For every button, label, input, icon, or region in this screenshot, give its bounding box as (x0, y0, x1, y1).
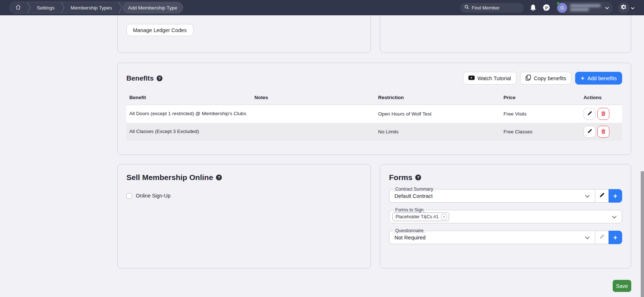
breadcrumb-separator-icon (27, 2, 31, 13)
pencil-icon (587, 129, 592, 135)
benefit-cell: All Classes (Except 3 Excluded) (126, 123, 251, 141)
breadcrumb-add-membership-type[interactable]: Add Membership Type (122, 2, 183, 13)
benefits-table: Benefit Notes Restriction Price Actions … (126, 92, 622, 141)
top-right-card (380, 15, 631, 53)
breadcrumb-separator-icon (60, 2, 65, 13)
breadcrumb-separator-icon (118, 2, 122, 13)
top-navbar: Settings Membership Types Add Membership… (0, 0, 644, 15)
col-price: Price (500, 92, 581, 105)
restriction-cell: No Limits (375, 123, 500, 141)
sell-membership-online-card: Sell Membership Online ? Online Sign-Up (117, 164, 371, 269)
price-cell: Free Visits (500, 105, 581, 123)
pencil-icon (599, 234, 605, 241)
user-name-blurred (570, 4, 601, 11)
chevron-down-icon (585, 193, 590, 199)
copy-benefits-button[interactable]: Copy benefits (520, 72, 572, 85)
add-questionnaire-button[interactable]: + (609, 231, 622, 244)
video-play-icon (468, 75, 475, 81)
save-button[interactable]: Save (613, 280, 631, 292)
online-signup-label: Online Sign-Up (136, 193, 170, 199)
help-icon[interactable]: ? (415, 175, 421, 180)
avatar: G (557, 3, 567, 13)
trash-icon (601, 111, 606, 117)
forms-card: Forms ? Contract Summary Default Contrac… (380, 164, 631, 269)
sell-online-title: Sell Membership Online ? (126, 173, 362, 182)
table-header-row: Benefit Notes Restriction Price Actions (126, 92, 622, 105)
contract-summary-label: Contract Summary (393, 187, 435, 192)
selected-form-chip: Placeholder T&Cs #1 ✕ (392, 212, 449, 221)
pencil-icon (587, 111, 592, 117)
forms-to-sign-label: Forms to Sign (393, 207, 425, 212)
edit-benefit-button[interactable] (584, 108, 596, 120)
benefits-title: Benefits ? (126, 74, 162, 82)
breadcrumb-membership-types[interactable]: Membership Types (65, 2, 118, 13)
actions-cell (581, 123, 622, 141)
search-input[interactable] (472, 5, 520, 11)
breadcrumb-home[interactable] (10, 2, 27, 13)
chevron-down-icon (605, 4, 609, 11)
page-content: Manage Ledger Codes Benefits ? Watch Tut… (0, 15, 644, 297)
ledger-codes-card: Manage Ledger Codes (117, 15, 371, 53)
manage-ledger-codes-button[interactable]: Manage Ledger Codes (126, 24, 193, 36)
table-row: All Classes (Except 3 Excluded) No Limit… (126, 123, 622, 141)
col-actions: Actions (581, 92, 622, 105)
edit-questionnaire-button-disabled (595, 231, 609, 244)
online-signup-row[interactable]: Online Sign-Up (126, 193, 362, 199)
forms-title: Forms ? (389, 173, 622, 182)
notes-cell (251, 123, 375, 141)
questionnaire-label: Questionnaire (393, 228, 425, 233)
delete-benefit-button[interactable] (597, 108, 609, 120)
add-contract-button[interactable]: + (609, 189, 622, 203)
chevron-down-icon (612, 214, 617, 220)
settings-gear-button[interactable] (618, 2, 629, 13)
add-benefits-button[interactable]: + Add benefits (575, 72, 622, 85)
edit-benefit-button[interactable] (584, 126, 596, 138)
plus-icon: + (613, 234, 617, 242)
gear-icon (621, 4, 627, 12)
avatar-initial: G (560, 5, 564, 11)
search-icon (464, 4, 469, 11)
edit-contract-button[interactable] (595, 189, 609, 203)
online-status-dot (557, 2, 560, 5)
col-benefit: Benefit (126, 92, 251, 105)
home-icon (15, 4, 21, 11)
breadcrumb-settings[interactable]: Settings (31, 2, 60, 13)
plus-icon: + (581, 75, 584, 82)
col-restriction: Restriction (375, 92, 500, 105)
restriction-cell: Open Hours of Wolf Test (375, 105, 500, 123)
price-cell: Free Classes (500, 123, 581, 141)
user-account-menu[interactable]: G (556, 2, 613, 14)
chevron-down-icon (585, 235, 590, 241)
messages-chat-icon[interactable] (542, 4, 551, 12)
col-notes: Notes (251, 92, 375, 105)
chevron-down-icon[interactable] (631, 4, 635, 11)
benefits-card: Benefits ? Watch Tutorial Copy benefits (117, 63, 631, 155)
watch-tutorial-button[interactable]: Watch Tutorial (463, 72, 517, 85)
benefit-cell: All Doors (except 1 restricted) @ Member… (126, 105, 251, 123)
notifications-bell-icon[interactable] (529, 4, 537, 12)
trash-icon (601, 129, 606, 135)
questionnaire-group: Questionnaire Not Required + (389, 231, 622, 244)
plus-icon: + (613, 192, 617, 200)
forms-to-sign-group: Forms to Sign Placeholder T&Cs #1 ✕ (389, 210, 622, 223)
find-member-search[interactable] (460, 3, 524, 13)
navbar-right-cluster: G (460, 2, 635, 14)
help-icon[interactable]: ? (216, 175, 222, 180)
contract-summary-group: Contract Summary Default Contract + (389, 189, 622, 203)
copy-icon (526, 75, 531, 82)
actions-cell (581, 105, 622, 123)
vertical-scrollbar-thumb[interactable] (641, 171, 644, 297)
breadcrumb: Settings Membership Types Add Membership… (9, 2, 183, 13)
table-row: All Doors (except 1 restricted) @ Member… (126, 105, 622, 123)
remove-chip-icon[interactable]: ✕ (441, 214, 447, 220)
online-signup-checkbox[interactable] (126, 193, 132, 199)
notes-cell (251, 105, 375, 123)
pencil-icon (599, 192, 605, 199)
help-icon[interactable]: ? (157, 75, 162, 81)
delete-benefit-button[interactable] (597, 126, 609, 138)
